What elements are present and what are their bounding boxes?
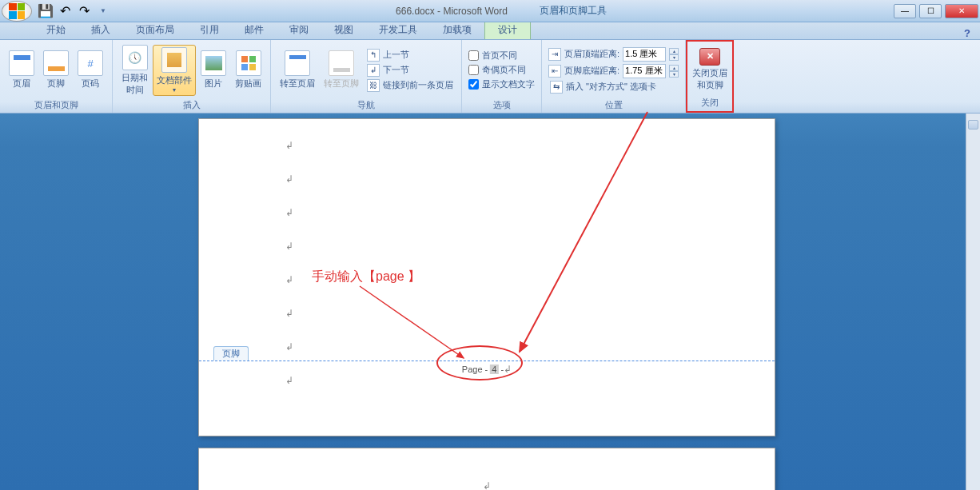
maximize-button[interactable]: ☐ — [919, 4, 942, 18]
undo-icon[interactable]: ↶ — [58, 4, 72, 18]
close-hf-l1: 关闭页眉 — [692, 67, 727, 79]
different-first-label: 首页不同 — [482, 50, 517, 62]
window-controls: — ☐ ✕ — [892, 2, 980, 20]
link-previous-label: 链接到前一条页眉 — [383, 79, 453, 91]
footer-button[interactable]: 页脚 — [39, 48, 73, 92]
page-number-label: 页码 — [82, 78, 99, 90]
link-previous-button[interactable]: ⛓链接到前一条页眉 — [364, 78, 456, 93]
vertical-scrollbar[interactable] — [966, 114, 980, 490]
insert-align-tab-label: 插入 "对齐方式" 选项卡 — [566, 81, 656, 93]
goto-header-button[interactable]: 转至页眉 — [276, 48, 319, 92]
title-bar: 💾 ↶ ↷ ▼ 666.docx - Microsoft Word 页眉和页脚工… — [0, 0, 980, 22]
save-icon[interactable]: 💾 — [38, 4, 53, 18]
paragraph-marks: ↲↲↲↲ ↲↲↲↲ — [285, 140, 293, 386]
scroll-thumb[interactable] — [968, 120, 978, 129]
group-label: 选项 — [467, 98, 536, 113]
ribbon-tabs: 开始 插入 页面布局 引用 邮件 审阅 视图 开发工具 加载项 设计 ? — [0, 22, 980, 40]
goto-header-icon — [285, 50, 310, 76]
footer-boundary — [199, 361, 775, 361]
picture-label: 图片 — [205, 78, 222, 90]
page-number-button[interactable]: # 页码 — [74, 48, 107, 92]
help-icon[interactable]: ? — [964, 27, 970, 39]
footer-bottom-label: 页脚底端距离: — [564, 65, 619, 77]
header-distance-icon: ⇥ — [548, 48, 561, 61]
insert-align-tab-button[interactable]: ⇆ 插入 "对齐方式" 选项卡 — [547, 80, 680, 94]
tab-review[interactable]: 审阅 — [277, 21, 321, 39]
group-label: 页眉和页脚 — [5, 98, 107, 113]
document-area[interactable]: ↲↲↲↲ ↲↲↲↲ 页脚 Page - 4 -↲ ↲ — [0, 114, 980, 490]
redo-icon[interactable]: ↷ — [77, 4, 91, 18]
tab-design[interactable]: 设计 — [484, 20, 531, 39]
group-insert: 🕔 日期和 时间 文档部件 ▾ 图片 剪贴画 插入 — [113, 40, 271, 113]
footer-content[interactable]: Page - 4 -↲ — [462, 364, 512, 375]
goto-footer-icon — [329, 50, 354, 76]
close-hf-l2: 和页脚 — [697, 79, 723, 91]
footer-tag: 页脚 — [213, 346, 249, 361]
different-odd-even-label: 奇偶页不同 — [482, 64, 526, 76]
group-options: 首页不同 奇偶页不同 显示文档文字 选项 — [462, 40, 542, 113]
datetime-button[interactable]: 🕔 日期和 时间 — [118, 42, 152, 98]
tab-insert[interactable]: 插入 — [78, 21, 123, 39]
tab-home[interactable]: 开始 — [34, 21, 78, 39]
header-top-input[interactable] — [623, 47, 666, 62]
align-tab-icon: ⇆ — [550, 81, 563, 94]
next-section-button[interactable]: ↲下一节 — [364, 63, 456, 78]
clipart-button[interactable]: 剪贴画 — [231, 48, 265, 92]
goto-header-label: 转至页眉 — [280, 78, 315, 90]
datetime-l1: 日期和 — [122, 72, 148, 84]
quick-parts-icon — [161, 47, 187, 73]
prev-section-label: 上一节 — [383, 49, 409, 61]
footer-page-field: 4 — [490, 365, 498, 374]
tab-mailings[interactable]: 邮件 — [232, 21, 277, 39]
header-button[interactable]: 页眉 — [5, 48, 38, 92]
footer-prefix: Page - — [462, 365, 490, 374]
show-doc-text-check[interactable]: 显示文档文字 — [467, 78, 536, 91]
tab-developer[interactable]: 开发工具 — [366, 21, 430, 39]
quick-parts-button[interactable]: 文档部件 ▾ — [153, 45, 196, 96]
footer-bottom-input[interactable] — [623, 64, 666, 78]
previous-section-button[interactable]: ↰上一节 — [364, 48, 456, 62]
tab-layout[interactable]: 页面布局 — [123, 21, 187, 39]
header-top-spinners[interactable]: ▴▾ — [669, 48, 679, 61]
group-position: ⇥ 页眉顶端距离: ▴▾ ⇤ 页脚底端距离: ▴▾ ⇆ 插入 "对齐方式" 选项… — [542, 40, 686, 113]
different-odd-even-check[interactable]: 奇偶页不同 — [467, 63, 536, 77]
clipart-label: 剪贴画 — [235, 78, 261, 90]
page-number-icon: # — [78, 50, 103, 76]
header-label: 页眉 — [13, 78, 30, 90]
tab-view[interactable]: 视图 — [321, 21, 366, 39]
dropdown-arrow-icon: ▾ — [173, 86, 176, 94]
group-label: 位置 — [547, 98, 680, 113]
group-navigation: 转至页眉 转至页脚 ↰上一节 ↲下一节 ⛓链接到前一条页眉 导航 — [271, 40, 462, 113]
ribbon: 页眉 页脚 # 页码 页眉和页脚 🕔 日期和 时间 文档部件 ▾ — [0, 40, 980, 114]
group-label: 插入 — [118, 98, 265, 113]
show-doc-text-label: 显示文档文字 — [482, 78, 535, 90]
office-button[interactable] — [2, 1, 32, 22]
close-button[interactable]: ✕ — [945, 4, 978, 18]
footer-bottom-row: ⇤ 页脚底端距离: ▴▾ — [547, 63, 680, 79]
header-para-mark: ↲ — [483, 480, 491, 490]
picture-button[interactable]: 图片 — [197, 48, 230, 92]
footer-distance-icon: ⇤ — [548, 65, 561, 78]
different-first-check[interactable]: 首页不同 — [467, 49, 536, 62]
context-tool-title: 页眉和页脚工具 — [540, 4, 607, 18]
next-section-icon: ↲ — [367, 64, 380, 77]
datetime-icon: 🕔 — [122, 45, 148, 70]
prev-section-icon: ↰ — [367, 49, 380, 62]
goto-footer-label: 转至页脚 — [324, 78, 359, 90]
header-top-label: 页眉顶端距离: — [564, 48, 619, 60]
footer-bottom-spinners[interactable]: ▴▾ — [669, 65, 679, 78]
page-2[interactable]: ↲ — [198, 448, 775, 490]
minimize-button[interactable]: — — [894, 4, 916, 18]
page-1[interactable]: ↲↲↲↲ ↲↲↲↲ 页脚 Page - 4 -↲ — [198, 118, 775, 436]
quick-access-toolbar: 💾 ↶ ↷ ▼ — [38, 4, 110, 18]
group-close: ✕ 关闭页眉 和页脚 关闭 — [686, 40, 734, 113]
group-label: 导航 — [276, 98, 456, 113]
office-logo-icon — [9, 3, 25, 19]
close-header-footer-button[interactable]: ✕ 关闭页眉 和页脚 — [688, 46, 731, 94]
quick-parts-label: 文档部件 — [157, 74, 192, 86]
tab-addins[interactable]: 加载项 — [430, 21, 484, 39]
tab-references[interactable]: 引用 — [187, 21, 232, 39]
close-icon: ✕ — [699, 48, 720, 66]
qat-dropdown-icon[interactable]: ▼ — [96, 4, 110, 18]
goto-footer-button[interactable]: 转至页脚 — [320, 48, 363, 92]
